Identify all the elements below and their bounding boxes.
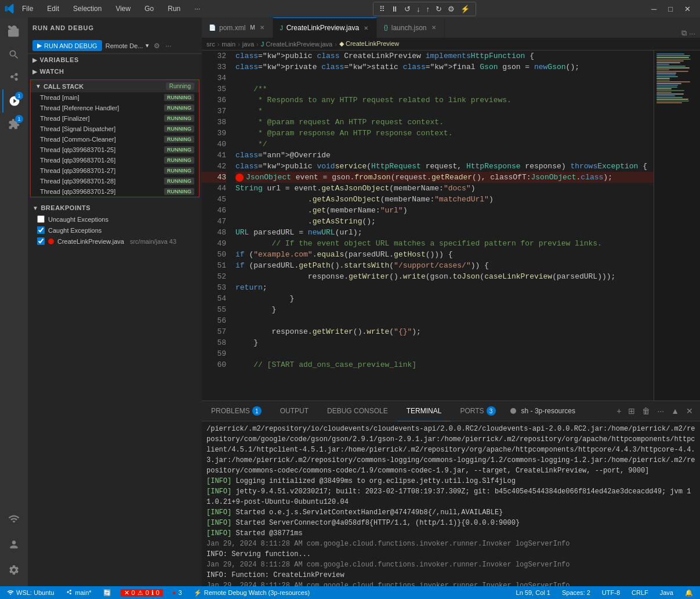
code-content[interactable]: class="kw">public class CreateLinkPrevie… [231, 50, 654, 400]
status-line-ending[interactable]: CRLF [629, 589, 651, 596]
status-encoding[interactable]: UTF-8 [600, 589, 622, 596]
status-remote[interactable]: WSL: Ubuntu [5, 589, 56, 596]
menu-go[interactable]: Go [142, 2, 156, 15]
debug-grid-button[interactable]: ⠿ [377, 3, 387, 15]
more-options-icon[interactable]: ··· [165, 41, 173, 51]
breadcrumb-class[interactable]: ◆ CreateLinkPreview [339, 40, 399, 48]
panel-tab[interactable]: PORTS3 [451, 401, 505, 421]
code-line[interactable]: class="kw">public void service(HttpReque… [235, 161, 654, 172]
call-stack-item[interactable]: Thread [qtp399683701-29]RUNNING [31, 186, 199, 197]
code-line[interactable]: String url = event.getAsJsonObject(membe… [235, 183, 654, 194]
tab-close-button[interactable]: ✕ [259, 24, 266, 31]
code-line[interactable]: /** [235, 84, 654, 95]
code-line[interactable]: .get(memberName:"url") [235, 205, 654, 216]
editor-tab[interactable]: {}launch.json✕ [377, 17, 444, 38]
status-debug-watch[interactable]: ⚡ Remote Debug Watch (3p-resources) [191, 589, 312, 597]
status-position[interactable]: Ln 59, Col 1 [514, 589, 553, 596]
code-line[interactable]: JsonObject event = gson.fromJson(request… [235, 172, 654, 183]
breadcrumb-java[interactable]: java [242, 41, 254, 48]
terminal-content[interactable]: /pierrick/.m2/repository/io/cloudevents/… [202, 421, 700, 586]
panel-tab[interactable]: DEBUG CONSOLE [318, 401, 397, 421]
code-line[interactable] [235, 73, 654, 84]
code-line[interactable]: .getAsString(); [235, 216, 654, 227]
status-breakpoints[interactable]: ● 3 [170, 589, 184, 596]
code-line[interactable]: response.getWriter().write(gson.toJson(c… [235, 271, 654, 282]
activity-account[interactable] [2, 533, 26, 556]
code-line[interactable]: * @param response An HTTP response conte… [235, 128, 654, 139]
menu-view[interactable]: View [113, 2, 133, 15]
debug-step-out-button[interactable]: ↑ [424, 3, 433, 15]
close-button[interactable]: ✕ [680, 3, 695, 15]
status-errors[interactable]: ✕ 0 ⚠ 0 ℹ 0 [121, 589, 163, 597]
activity-source-control[interactable] [2, 66, 26, 89]
code-line[interactable]: * [235, 106, 654, 117]
call-stack-item[interactable]: Thread [qtp399683701-25]RUNNING [31, 145, 199, 155]
tab-close-button[interactable]: ✕ [430, 24, 437, 31]
activity-extensions[interactable]: 1 [2, 113, 26, 136]
status-sync[interactable]: 🔄 [101, 589, 114, 597]
configuration-select[interactable]: Remote De... ▾ [106, 42, 149, 49]
menu-file[interactable]: File [20, 2, 35, 15]
tab-close-button[interactable]: ✕ [362, 24, 369, 32]
call-stack-item[interactable]: Thread [Reference Handler]RUNNING [31, 103, 199, 113]
code-line[interactable]: // [START add_ons_case_preview_link] [235, 359, 654, 370]
menu-more[interactable]: ··· [192, 2, 202, 15]
call-stack-header[interactable]: ▼ CALL STACK Running [31, 80, 199, 92]
more-terminal-button[interactable]: ··· [655, 405, 666, 417]
debug-stop-button[interactable]: ⚡ [458, 3, 472, 15]
trash-terminal-button[interactable]: 🗑 [640, 405, 652, 417]
call-stack-item[interactable]: Thread [Signal Dispatcher]RUNNING [31, 124, 199, 134]
debug-step-into-button[interactable]: ↓ [414, 3, 423, 15]
status-spaces[interactable]: Spaces: 2 [560, 589, 593, 596]
run-debug-button[interactable]: ▶ ▶ RUN AND DEBUG [32, 40, 102, 51]
code-line[interactable] [235, 315, 654, 326]
watch-label[interactable]: ▶ WATCH [28, 66, 202, 77]
code-line[interactable]: } [235, 304, 654, 315]
menu-edit[interactable]: Edit [45, 2, 61, 15]
activity-settings[interactable] [2, 558, 26, 582]
status-notifications[interactable]: 🔔 [683, 589, 695, 597]
code-line[interactable]: } [235, 293, 654, 304]
call-stack-item[interactable]: Thread [main]RUNNING [31, 92, 199, 103]
debug-step-over-button[interactable]: ↺ [402, 3, 413, 15]
call-stack-item[interactable]: Thread [qtp399683701-26]RUNNING [31, 155, 199, 165]
panel-tab[interactable]: OUTPUT [271, 401, 318, 421]
settings-icon[interactable]: ⚙ [153, 41, 161, 51]
call-stack-item[interactable]: Thread [Common-Cleaner]RUNNING [31, 134, 199, 145]
breadcrumb-main[interactable]: main [222, 41, 235, 48]
status-language[interactable]: Java [658, 589, 676, 596]
code-line[interactable]: URL parsedURL = new URL(url); [235, 227, 654, 238]
editor-tab[interactable]: 📄pom.xmlM✕ [202, 17, 273, 38]
breakpoint-checkbox[interactable] [37, 237, 45, 245]
new-terminal-button[interactable]: + [614, 405, 623, 417]
activity-search[interactable] [2, 43, 26, 66]
breakpoint-checkbox[interactable] [37, 226, 45, 234]
breadcrumb-src[interactable]: src [206, 41, 215, 48]
code-line[interactable]: } [235, 337, 654, 348]
panel-tab[interactable]: PROBLEMS1 [202, 401, 271, 421]
restore-button[interactable]: □ [663, 3, 677, 15]
code-line[interactable]: class="ann">@Override [235, 150, 654, 161]
code-line[interactable] [235, 348, 654, 359]
code-line[interactable]: class="kw">public class CreateLinkPrevie… [235, 50, 654, 62]
breakpoint-item[interactable]: Uncaught Exceptions [28, 214, 202, 225]
code-line[interactable]: if ("example.com".equals(parsedURL.getHo… [235, 249, 654, 260]
breadcrumb-file[interactable]: J CreateLinkPreview.java [261, 41, 333, 48]
debug-restart-button[interactable]: ↻ [433, 3, 444, 15]
code-line[interactable]: * @param request An HTTP request context… [235, 117, 654, 128]
activity-remote[interactable] [2, 507, 26, 531]
panel-tab[interactable]: TERMINAL [397, 401, 451, 421]
breakpoints-label[interactable]: ▼ BREAKPOINTS [28, 202, 202, 214]
code-line[interactable]: if (parsedURL.getPath().startsWith("/sup… [235, 260, 654, 271]
call-stack-item[interactable]: Thread [qtp399683701-27]RUNNING [31, 165, 199, 176]
status-branch[interactable]: main* [63, 589, 93, 596]
call-stack-item[interactable]: Thread [qtp399683701-28]RUNNING [31, 176, 199, 186]
tab-more-button[interactable]: ··· [689, 29, 695, 38]
activity-run-debug[interactable]: 1 [2, 89, 26, 113]
debug-run-to-cursor-button[interactable]: ⚙ [445, 3, 457, 15]
editor-tab[interactable]: JCreateLinkPreview.java✕ [273, 17, 377, 38]
code-line[interactable]: class="kw">private class="kw">static cla… [235, 62, 654, 73]
code-line[interactable]: * Responds to any HTTP request related t… [235, 95, 654, 106]
variables-label[interactable]: ▶ VARIABLES [28, 54, 202, 66]
code-line[interactable]: .getAsJsonObject(memberName:"matchedUrl"… [235, 194, 654, 205]
